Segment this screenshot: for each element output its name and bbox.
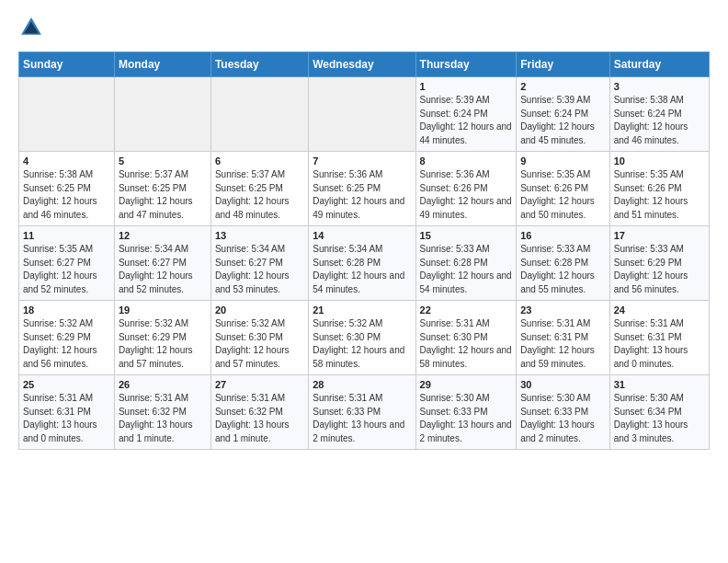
day-cell: 2 Sunrise: 5:39 AMSunset: 6:24 PMDayligh…	[517, 77, 610, 152]
day-cell: 14 Sunrise: 5:34 AMSunset: 6:28 PMDaylig…	[309, 226, 415, 301]
logo-icon	[18, 15, 44, 40]
day-number: 29	[420, 379, 513, 390]
day-cell: 16 Sunrise: 5:33 AMSunset: 6:28 PMDaylig…	[517, 226, 610, 301]
day-info: Sunrise: 5:31 AMSunset: 6:32 PMDaylight:…	[215, 392, 304, 445]
day-info: Sunrise: 5:31 AMSunset: 6:30 PMDaylight:…	[420, 317, 513, 371]
day-cell: 13 Sunrise: 5:34 AMSunset: 6:27 PMDaylig…	[210, 226, 308, 301]
day-number: 28	[313, 379, 411, 390]
day-number: 18	[23, 304, 110, 316]
day-number: 16	[520, 230, 606, 241]
day-info: Sunrise: 5:31 AMSunset: 6:32 PMDaylight:…	[119, 392, 207, 445]
day-cell	[19, 77, 115, 152]
day-info: Sunrise: 5:36 AMSunset: 6:26 PMDaylight:…	[420, 168, 513, 222]
col-header-monday: Monday	[114, 52, 210, 77]
day-cell: 11 Sunrise: 5:35 AMSunset: 6:27 PMDaylig…	[19, 226, 115, 301]
day-info: Sunrise: 5:31 AMSunset: 6:31 PMDaylight:…	[614, 317, 705, 371]
header	[18, 15, 710, 40]
day-number: 20	[215, 304, 304, 316]
day-info: Sunrise: 5:30 AMSunset: 6:33 PMDaylight:…	[420, 392, 513, 445]
col-header-sunday: Sunday	[19, 52, 115, 77]
day-cell: 12 Sunrise: 5:34 AMSunset: 6:27 PMDaylig…	[114, 226, 210, 301]
week-row-4: 18 Sunrise: 5:32 AMSunset: 6:29 PMDaylig…	[19, 301, 710, 375]
day-info: Sunrise: 5:30 AMSunset: 6:34 PMDaylight:…	[614, 392, 705, 445]
day-info: Sunrise: 5:32 AMSunset: 6:29 PMDaylight:…	[23, 317, 110, 371]
day-cell: 1 Sunrise: 5:39 AMSunset: 6:24 PMDayligh…	[415, 77, 517, 152]
day-number: 24	[614, 304, 705, 316]
day-number: 30	[520, 379, 606, 390]
day-info: Sunrise: 5:39 AMSunset: 6:24 PMDaylight:…	[520, 94, 606, 147]
day-cell: 8 Sunrise: 5:36 AMSunset: 6:26 PMDayligh…	[415, 152, 517, 226]
week-row-1: 1 Sunrise: 5:39 AMSunset: 6:24 PMDayligh…	[19, 77, 710, 152]
day-info: Sunrise: 5:30 AMSunset: 6:33 PMDaylight:…	[520, 392, 606, 445]
day-number: 1	[420, 81, 513, 92]
day-info: Sunrise: 5:38 AMSunset: 6:24 PMDaylight:…	[614, 94, 705, 147]
day-cell: 19 Sunrise: 5:32 AMSunset: 6:29 PMDaylig…	[114, 301, 210, 375]
day-cell: 10 Sunrise: 5:35 AMSunset: 6:26 PMDaylig…	[609, 152, 709, 226]
day-number: 11	[23, 230, 110, 241]
day-number: 6	[215, 155, 304, 167]
day-number: 15	[420, 230, 513, 241]
day-info: Sunrise: 5:32 AMSunset: 6:29 PMDaylight:…	[119, 317, 207, 371]
day-info: Sunrise: 5:31 AMSunset: 6:31 PMDaylight:…	[23, 392, 110, 445]
col-header-friday: Friday	[517, 52, 610, 77]
day-info: Sunrise: 5:37 AMSunset: 6:25 PMDaylight:…	[119, 168, 207, 222]
day-cell: 30 Sunrise: 5:30 AMSunset: 6:33 PMDaylig…	[517, 375, 610, 450]
day-number: 4	[23, 155, 110, 167]
day-number: 22	[420, 304, 513, 316]
day-info: Sunrise: 5:33 AMSunset: 6:28 PMDaylight:…	[520, 243, 606, 296]
day-cell: 24 Sunrise: 5:31 AMSunset: 6:31 PMDaylig…	[609, 301, 709, 375]
day-number: 23	[520, 304, 606, 316]
day-number: 13	[215, 230, 304, 241]
day-info: Sunrise: 5:38 AMSunset: 6:25 PMDaylight:…	[23, 168, 110, 222]
day-number: 25	[23, 379, 110, 390]
col-header-thursday: Thursday	[415, 52, 517, 77]
day-cell: 27 Sunrise: 5:31 AMSunset: 6:32 PMDaylig…	[210, 375, 308, 450]
week-row-5: 25 Sunrise: 5:31 AMSunset: 6:31 PMDaylig…	[19, 375, 710, 450]
day-cell: 17 Sunrise: 5:33 AMSunset: 6:29 PMDaylig…	[609, 226, 709, 301]
day-cell: 6 Sunrise: 5:37 AMSunset: 6:25 PMDayligh…	[210, 152, 308, 226]
logo	[18, 15, 48, 40]
day-info: Sunrise: 5:34 AMSunset: 6:27 PMDaylight:…	[119, 243, 207, 296]
calendar-header-row: SundayMondayTuesdayWednesdayThursdayFrid…	[19, 52, 710, 77]
day-cell: 15 Sunrise: 5:33 AMSunset: 6:28 PMDaylig…	[415, 226, 517, 301]
day-info: Sunrise: 5:34 AMSunset: 6:28 PMDaylight:…	[313, 243, 411, 296]
day-number: 31	[614, 379, 705, 390]
day-cell: 18 Sunrise: 5:32 AMSunset: 6:29 PMDaylig…	[19, 301, 115, 375]
day-number: 17	[614, 230, 705, 241]
day-number: 10	[614, 155, 705, 167]
day-cell: 7 Sunrise: 5:36 AMSunset: 6:25 PMDayligh…	[309, 152, 415, 226]
day-number: 12	[119, 230, 207, 241]
day-number: 27	[215, 379, 304, 390]
day-info: Sunrise: 5:39 AMSunset: 6:24 PMDaylight:…	[420, 94, 513, 147]
day-number: 5	[119, 155, 207, 167]
col-header-tuesday: Tuesday	[210, 52, 308, 77]
day-number: 14	[313, 230, 411, 241]
day-cell: 22 Sunrise: 5:31 AMSunset: 6:30 PMDaylig…	[415, 301, 517, 375]
day-cell: 26 Sunrise: 5:31 AMSunset: 6:32 PMDaylig…	[114, 375, 210, 450]
day-cell: 28 Sunrise: 5:31 AMSunset: 6:33 PMDaylig…	[309, 375, 415, 450]
calendar-table: SundayMondayTuesdayWednesdayThursdayFrid…	[18, 52, 710, 450]
week-row-3: 11 Sunrise: 5:35 AMSunset: 6:27 PMDaylig…	[19, 226, 710, 301]
day-info: Sunrise: 5:36 AMSunset: 6:25 PMDaylight:…	[313, 168, 411, 222]
day-number: 3	[614, 81, 705, 92]
day-number: 19	[119, 304, 207, 316]
day-number: 21	[313, 304, 411, 316]
day-info: Sunrise: 5:37 AMSunset: 6:25 PMDaylight:…	[215, 168, 304, 222]
day-info: Sunrise: 5:33 AMSunset: 6:29 PMDaylight:…	[614, 243, 705, 296]
day-number: 7	[313, 155, 411, 167]
day-info: Sunrise: 5:34 AMSunset: 6:27 PMDaylight:…	[215, 243, 304, 296]
day-cell: 9 Sunrise: 5:35 AMSunset: 6:26 PMDayligh…	[517, 152, 610, 226]
day-cell: 21 Sunrise: 5:32 AMSunset: 6:30 PMDaylig…	[309, 301, 415, 375]
day-info: Sunrise: 5:33 AMSunset: 6:28 PMDaylight:…	[420, 243, 513, 296]
day-info: Sunrise: 5:35 AMSunset: 6:27 PMDaylight:…	[23, 243, 110, 296]
day-info: Sunrise: 5:35 AMSunset: 6:26 PMDaylight:…	[520, 168, 606, 222]
day-cell	[114, 77, 210, 152]
day-number: 8	[420, 155, 513, 167]
day-number: 26	[119, 379, 207, 390]
col-header-saturday: Saturday	[609, 52, 709, 77]
day-info: Sunrise: 5:31 AMSunset: 6:31 PMDaylight:…	[520, 317, 606, 371]
day-cell: 20 Sunrise: 5:32 AMSunset: 6:30 PMDaylig…	[210, 301, 308, 375]
day-cell: 23 Sunrise: 5:31 AMSunset: 6:31 PMDaylig…	[517, 301, 610, 375]
day-cell: 4 Sunrise: 5:38 AMSunset: 6:25 PMDayligh…	[19, 152, 115, 226]
day-number: 2	[520, 81, 606, 92]
